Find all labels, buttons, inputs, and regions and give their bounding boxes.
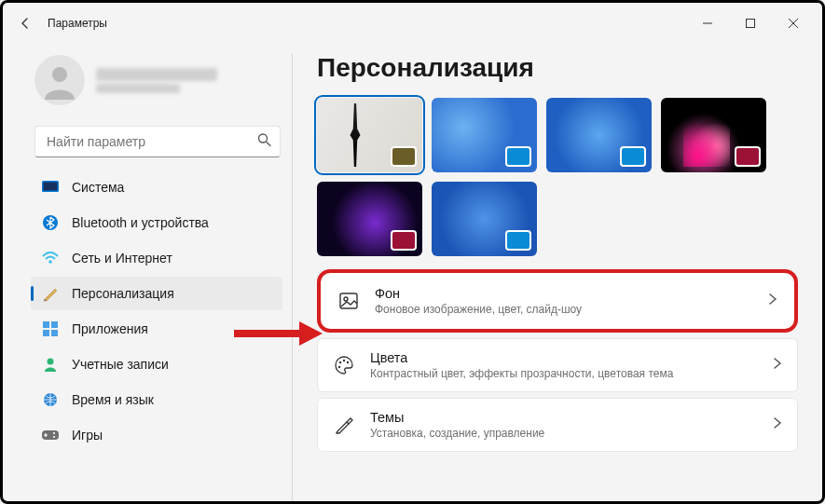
setting-text: Темы Установка, создание, управление [370, 410, 758, 440]
sidebar: Система Bluetooth и устройства Сеть и Ин… [3, 44, 292, 501]
sidebar-item-bluetooth[interactable]: Bluetooth и устройства [31, 206, 282, 239]
sidebar-item-label: Игры [72, 428, 103, 443]
svg-point-17 [339, 361, 341, 363]
page-title: Персонализация [317, 53, 798, 83]
sidebar-item-accounts[interactable]: Учетные записи [31, 347, 282, 381]
avatar [34, 55, 85, 105]
titlebar: Параметры [3, 3, 822, 44]
close-button[interactable] [772, 8, 815, 38]
svg-rect-10 [51, 330, 58, 336]
minimize-icon [703, 19, 712, 28]
theme-tile[interactable] [546, 98, 652, 172]
setting-colors[interactable]: Цвета Контрастный цвет, эффекты прозрачн… [317, 338, 798, 392]
sidebar-item-system[interactable]: Система [31, 170, 282, 204]
setting-background[interactable]: Фон Фоновое изображение, цвет, слайд-шоу [317, 269, 798, 333]
maximize-button[interactable] [729, 8, 772, 38]
sidebar-item-label: Учетные записи [72, 357, 169, 372]
palette-icon [333, 354, 355, 376]
window-controls [686, 8, 815, 38]
back-button[interactable] [10, 8, 40, 38]
personalization-icon [42, 285, 59, 302]
gaming-icon [42, 427, 59, 443]
theme-tile[interactable] [432, 98, 537, 172]
chevron-right-icon [768, 293, 777, 309]
svg-rect-7 [43, 321, 49, 328]
setting-title: Фон [375, 286, 753, 301]
user-email-blurred [96, 84, 180, 93]
nav: Система Bluetooth и устройства Сеть и Ин… [31, 170, 284, 452]
svg-point-16 [344, 297, 348, 301]
sidebar-item-label: Bluetooth и устройства [72, 215, 209, 230]
theme-gallery [317, 98, 798, 256]
setting-title: Цвета [370, 350, 758, 365]
system-icon [42, 179, 59, 196]
svg-point-13 [53, 432, 55, 434]
maximize-icon [746, 19, 755, 28]
user-text [96, 68, 217, 93]
sidebar-item-label: Приложения [72, 321, 148, 336]
setting-text: Цвета Контрастный цвет, эффекты прозрачн… [370, 350, 758, 380]
time-language-icon [42, 391, 59, 408]
setting-desc: Установка, создание, управление [370, 427, 758, 440]
theme-tile[interactable] [317, 182, 422, 256]
chevron-right-icon [773, 416, 782, 433]
search-icon [257, 133, 271, 151]
sidebar-item-apps[interactable]: Приложения [31, 312, 282, 346]
user-block[interactable] [31, 44, 284, 122]
brush-icon [333, 414, 355, 436]
svg-point-20 [338, 366, 340, 368]
svg-point-1 [52, 67, 67, 82]
arrow-left-icon [18, 16, 33, 31]
close-icon [789, 19, 798, 28]
search-box [34, 126, 281, 157]
bluetooth-icon [42, 214, 59, 231]
svg-rect-9 [43, 330, 49, 336]
setting-text: Фон Фоновое изображение, цвет, слайд-шоу [375, 286, 753, 316]
setting-themes[interactable]: Темы Установка, создание, управление [317, 398, 798, 452]
svg-point-14 [53, 436, 55, 438]
setting-desc: Фоновое изображение, цвет, слайд-шоу [375, 303, 753, 316]
sidebar-item-label: Время и язык [72, 392, 154, 407]
sidebar-item-label: Персонализация [72, 286, 174, 301]
theme-tile[interactable] [661, 98, 766, 172]
accounts-icon [42, 356, 59, 373]
svg-rect-4 [44, 183, 58, 191]
apps-icon [42, 320, 59, 337]
setting-title: Темы [370, 410, 758, 425]
user-name-blurred [96, 68, 217, 81]
svg-rect-0 [747, 20, 755, 28]
svg-point-11 [48, 359, 54, 365]
minimize-button[interactable] [686, 8, 729, 38]
svg-point-6 [48, 260, 52, 264]
window-title: Параметры [48, 17, 107, 30]
sidebar-item-personalization[interactable]: Персонализация [31, 277, 282, 310]
theme-tile[interactable] [432, 182, 537, 256]
svg-point-2 [259, 134, 268, 143]
setting-desc: Контрастный цвет, эффекты прозрачности, … [370, 367, 758, 380]
sidebar-item-time-language[interactable]: Время и язык [31, 383, 282, 416]
main: Персонализация Фон Фоновое изображение, … [293, 44, 822, 501]
sidebar-item-network[interactable]: Сеть и Интернет [31, 241, 282, 275]
chevron-right-icon [773, 357, 782, 374]
content: Система Bluetooth и устройства Сеть и Ин… [3, 44, 822, 501]
svg-point-18 [343, 360, 345, 361]
search-input[interactable] [34, 126, 281, 157]
sidebar-item-label: Система [72, 180, 124, 195]
sidebar-item-gaming[interactable]: Игры [31, 418, 282, 452]
svg-rect-8 [51, 321, 58, 328]
person-icon [40, 61, 79, 100]
theme-tile[interactable] [317, 98, 422, 172]
sidebar-item-label: Сеть и Интернет [72, 251, 172, 266]
image-icon [337, 290, 360, 312]
network-icon [42, 250, 59, 266]
svg-point-19 [347, 361, 349, 363]
